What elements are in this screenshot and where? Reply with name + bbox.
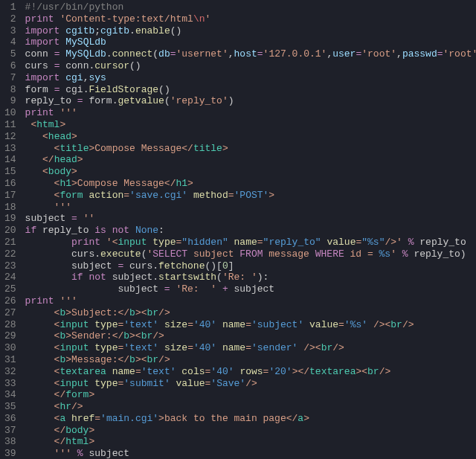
code-line[interactable]: <b>Sender:</b><br/>: [25, 330, 476, 342]
token: 'Re: ': [176, 283, 216, 295]
code-line[interactable]: subject = 'Re: ' + subject: [25, 283, 476, 295]
token: />: [402, 319, 414, 330]
code-line[interactable]: </body>: [25, 425, 476, 437]
code-line[interactable]: curs.execute('SELECT subject FROM messag…: [25, 248, 476, 260]
token: [71, 448, 77, 459]
code-line[interactable]: <hr/>: [25, 401, 476, 413]
code-line[interactable]: <input type='text' size='40' name='subje…: [25, 319, 476, 331]
token: cols: [181, 366, 205, 377]
code-line[interactable]: <form action='save.cgi' method='POST'>: [25, 190, 476, 202]
code-line[interactable]: <html>: [25, 119, 476, 131]
code-line[interactable]: ''' % subject: [25, 448, 476, 459]
token: >: [89, 436, 94, 447]
token: >: [187, 178, 193, 189]
token: %: [408, 237, 414, 248]
code-line[interactable]: <head>: [25, 131, 476, 143]
code-line[interactable]: <h1>Compose Message</h1>: [25, 178, 476, 190]
token: <: [25, 330, 60, 341]
line-number: 2: [4, 13, 16, 25]
token: method: [193, 190, 228, 201]
code-line[interactable]: #!/usr/bin/python: [25, 1, 476, 13]
token: ()[: [205, 260, 222, 272]
token: >Sender:</: [65, 330, 123, 341]
token: subject: [25, 283, 164, 295]
token: />: [158, 307, 170, 318]
token: id =: [344, 248, 379, 260]
token: ><: [129, 330, 141, 341]
code-line[interactable]: </html>: [25, 436, 476, 448]
token: =: [135, 366, 141, 377]
token: </: [25, 425, 66, 436]
token: 'Re: ': [222, 272, 257, 283]
code-line[interactable]: import cgitb;cgitb.enable(): [25, 25, 476, 37]
code-line[interactable]: <b>Message:</b><br/>: [25, 354, 476, 366]
token: \n: [193, 13, 205, 25]
token: >Message:</: [65, 354, 129, 365]
code-line[interactable]: <body>: [25, 166, 476, 178]
token: +: [222, 283, 228, 295]
code-line[interactable]: if not subject.startswith('Re: '):: [25, 272, 476, 283]
code-line[interactable]: <b>Subject:</b><br/>: [25, 307, 476, 319]
token: '127.0.0.1': [263, 48, 327, 60]
token: .: [106, 48, 112, 60]
token: value: [309, 319, 338, 330]
line-number: 1: [4, 1, 16, 13]
token: subject: [187, 248, 239, 260]
token: if: [71, 272, 83, 283]
token: /><: [367, 319, 390, 330]
code-line[interactable]: <input type='text' size='40' name='sende…: [25, 342, 476, 354]
token: title: [193, 143, 222, 154]
token: import: [25, 25, 60, 36]
code-line[interactable]: subject = curs.fetchone()[0]: [25, 260, 476, 272]
code-line[interactable]: subject = '': [25, 213, 476, 225]
token: >: [71, 166, 77, 177]
token: >back to the main page</: [158, 413, 298, 424]
token: form: [60, 190, 83, 201]
line-number: 9: [4, 95, 16, 107]
code-editor[interactable]: 1234567891011121314151617181920212223242…: [0, 0, 476, 459]
code-line[interactable]: print ''': [25, 107, 476, 119]
code-line[interactable]: import MySQLdb: [25, 36, 476, 48]
token: [65, 413, 71, 424]
token: reply_to): [408, 248, 466, 260]
token: html: [36, 119, 60, 130]
code-line[interactable]: print ''': [25, 295, 476, 307]
token: >: [303, 413, 309, 424]
token: <: [25, 119, 37, 130]
code-line[interactable]: reply_to = form.getvalue('reply_to'): [25, 95, 476, 107]
line-number: 32: [4, 366, 16, 378]
token: value: [327, 237, 356, 248]
line-number: 28: [4, 319, 16, 331]
token: value: [176, 378, 205, 389]
code-line[interactable]: conn = MySQLdb.connect(db='usernet',host…: [25, 48, 476, 60]
token: body: [48, 166, 71, 177]
token: message: [263, 248, 315, 260]
token: print: [25, 13, 54, 25]
line-number: 12: [4, 131, 16, 143]
line-number: 17: [4, 190, 16, 202]
code-area[interactable]: #!/usr/bin/pythonprint 'Content-type:tex…: [25, 1, 476, 459]
code-line[interactable]: <textarea name='text' cols='40' rows='20…: [25, 366, 476, 378]
token: None: [135, 225, 158, 236]
code-line[interactable]: print '<input type="hidden" name="reply_…: [25, 237, 476, 248]
code-line[interactable]: <title>Compose Message</title>: [25, 143, 476, 155]
token: FROM: [239, 248, 263, 260]
code-line[interactable]: <input type='submit' value='Save'/>: [25, 378, 476, 390]
code-line[interactable]: curs = conn.cursor(): [25, 60, 476, 72]
code-line[interactable]: import cgi,sys: [25, 72, 476, 84]
code-line[interactable]: <a href='main.cgi'>back to the main page…: [25, 413, 476, 425]
code-line[interactable]: form = cgi.FieldStorage(): [25, 84, 476, 96]
token: >: [89, 389, 94, 400]
token: import: [25, 72, 60, 83]
token: [25, 237, 71, 248]
token: passwd: [402, 48, 437, 60]
code-line[interactable]: ''': [25, 202, 476, 214]
token: name: [222, 342, 245, 353]
token: br: [141, 330, 153, 341]
line-number: 35: [4, 401, 16, 413]
code-line[interactable]: print 'Content-type:text/html\n': [25, 13, 476, 25]
token: (): [158, 84, 170, 95]
code-line[interactable]: </head>: [25, 154, 476, 166]
code-line[interactable]: if reply_to is not None:: [25, 225, 476, 237]
code-line[interactable]: </form>: [25, 389, 476, 401]
